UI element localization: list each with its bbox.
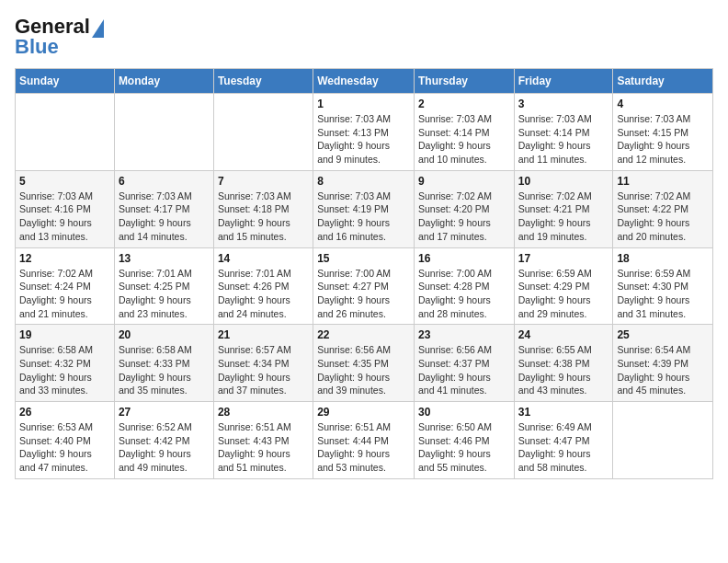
day-info: Sunrise: 7:03 AM Sunset: 4:16 PM Dayligh…	[19, 190, 110, 244]
day-number: 9	[418, 175, 510, 188]
logo: General Blue	[15, 15, 104, 59]
calendar-cell: 10Sunrise: 7:02 AM Sunset: 4:21 PM Dayli…	[514, 170, 613, 247]
calendar-week-row: 19Sunrise: 6:58 AM Sunset: 4:32 PM Dayli…	[16, 325, 713, 402]
day-info: Sunrise: 7:03 AM Sunset: 4:17 PM Dayligh…	[119, 190, 210, 244]
calendar-cell: 30Sunrise: 6:50 AM Sunset: 4:46 PM Dayli…	[414, 402, 514, 479]
day-info: Sunrise: 7:02 AM Sunset: 4:24 PM Dayligh…	[19, 267, 110, 321]
day-info: Sunrise: 6:58 AM Sunset: 4:33 PM Dayligh…	[119, 343, 210, 397]
day-info: Sunrise: 7:00 AM Sunset: 4:28 PM Dayligh…	[418, 267, 510, 321]
day-info: Sunrise: 6:57 AM Sunset: 4:34 PM Dayligh…	[218, 343, 309, 397]
day-info: Sunrise: 7:03 AM Sunset: 4:13 PM Dayligh…	[317, 112, 410, 167]
weekday-header: Wednesday	[313, 69, 415, 94]
day-info: Sunrise: 7:01 AM Sunset: 4:26 PM Dayligh…	[218, 267, 309, 321]
day-number: 16	[418, 252, 510, 265]
day-info: Sunrise: 6:51 AM Sunset: 4:44 PM Dayligh…	[317, 420, 410, 475]
calendar-cell: 5Sunrise: 7:03 AM Sunset: 4:16 PM Daylig…	[16, 170, 115, 247]
day-info: Sunrise: 6:55 AM Sunset: 4:38 PM Dayligh…	[518, 343, 609, 397]
day-number: 15	[317, 252, 410, 265]
day-info: Sunrise: 6:54 AM Sunset: 4:39 PM Dayligh…	[617, 343, 709, 397]
calendar-cell: 21Sunrise: 6:57 AM Sunset: 4:34 PM Dayli…	[213, 325, 313, 402]
calendar-cell: 19Sunrise: 6:58 AM Sunset: 4:32 PM Dayli…	[16, 325, 115, 402]
calendar-cell: 29Sunrise: 6:51 AM Sunset: 4:44 PM Dayli…	[313, 402, 415, 479]
day-number: 23	[418, 328, 510, 341]
day-number: 29	[317, 406, 410, 419]
weekday-header: Saturday	[613, 69, 713, 94]
day-info: Sunrise: 6:51 AM Sunset: 4:43 PM Dayligh…	[218, 420, 309, 475]
day-info: Sunrise: 6:59 AM Sunset: 4:29 PM Dayligh…	[518, 267, 609, 321]
day-number: 30	[418, 406, 510, 419]
day-number: 5	[19, 175, 110, 188]
day-number: 17	[518, 252, 609, 265]
calendar-cell: 4Sunrise: 7:03 AM Sunset: 4:15 PM Daylig…	[613, 94, 713, 171]
day-number: 6	[119, 175, 210, 188]
day-number: 27	[119, 406, 210, 419]
weekday-header: Monday	[114, 69, 213, 94]
day-number: 19	[19, 328, 110, 341]
calendar-cell: 24Sunrise: 6:55 AM Sunset: 4:38 PM Dayli…	[514, 325, 613, 402]
calendar-cell: 17Sunrise: 6:59 AM Sunset: 4:29 PM Dayli…	[514, 247, 613, 325]
calendar-cell: 9Sunrise: 7:02 AM Sunset: 4:20 PM Daylig…	[414, 170, 514, 247]
day-number: 11	[617, 175, 709, 188]
calendar-week-row: 12Sunrise: 7:02 AM Sunset: 4:24 PM Dayli…	[16, 247, 713, 325]
calendar-cell: 1Sunrise: 7:03 AM Sunset: 4:13 PM Daylig…	[313, 94, 415, 171]
day-info: Sunrise: 6:56 AM Sunset: 4:35 PM Dayligh…	[317, 343, 410, 397]
calendar-cell: 2Sunrise: 7:03 AM Sunset: 4:14 PM Daylig…	[414, 94, 514, 171]
day-info: Sunrise: 7:02 AM Sunset: 4:22 PM Dayligh…	[617, 190, 709, 244]
day-number: 3	[518, 98, 609, 110]
day-number: 7	[218, 175, 309, 188]
day-info: Sunrise: 7:02 AM Sunset: 4:20 PM Dayligh…	[418, 190, 510, 244]
day-info: Sunrise: 7:03 AM Sunset: 4:15 PM Dayligh…	[617, 112, 709, 167]
day-number: 18	[617, 252, 709, 265]
day-info: Sunrise: 6:52 AM Sunset: 4:42 PM Dayligh…	[119, 420, 210, 475]
calendar-cell: 6Sunrise: 7:03 AM Sunset: 4:17 PM Daylig…	[114, 170, 213, 247]
calendar-cell: 28Sunrise: 6:51 AM Sunset: 4:43 PM Dayli…	[213, 402, 313, 479]
calendar-cell	[213, 94, 313, 171]
day-number: 12	[19, 252, 110, 265]
day-number: 26	[19, 406, 110, 419]
calendar-cell: 26Sunrise: 6:53 AM Sunset: 4:40 PM Dayli…	[16, 402, 115, 479]
calendar-cell: 7Sunrise: 7:03 AM Sunset: 4:18 PM Daylig…	[213, 170, 313, 247]
calendar-cell: 16Sunrise: 7:00 AM Sunset: 4:28 PM Dayli…	[414, 247, 514, 325]
calendar-cell	[16, 94, 115, 171]
weekday-header: Sunday	[16, 69, 115, 94]
weekday-header: Tuesday	[213, 69, 313, 94]
calendar-cell: 25Sunrise: 6:54 AM Sunset: 4:39 PM Dayli…	[613, 325, 713, 402]
logo-blue: Blue	[15, 35, 59, 59]
calendar-cell	[613, 402, 713, 479]
page-header: General Blue	[15, 15, 713, 59]
day-number: 1	[317, 98, 410, 110]
calendar-header-row: SundayMondayTuesdayWednesdayThursdayFrid…	[16, 69, 713, 94]
calendar-cell: 13Sunrise: 7:01 AM Sunset: 4:25 PM Dayli…	[114, 247, 213, 325]
day-number: 24	[518, 328, 609, 341]
day-info: Sunrise: 7:00 AM Sunset: 4:27 PM Dayligh…	[317, 267, 410, 321]
day-number: 10	[518, 175, 609, 188]
day-number: 4	[617, 98, 709, 110]
weekday-header: Friday	[514, 69, 613, 94]
calendar-week-row: 1Sunrise: 7:03 AM Sunset: 4:13 PM Daylig…	[16, 94, 713, 171]
calendar-table: SundayMondayTuesdayWednesdayThursdayFrid…	[15, 68, 713, 479]
day-number: 31	[518, 406, 609, 419]
day-number: 13	[119, 252, 210, 265]
calendar-cell	[114, 94, 213, 171]
day-number: 28	[218, 406, 309, 419]
calendar-cell: 14Sunrise: 7:01 AM Sunset: 4:26 PM Dayli…	[213, 247, 313, 325]
day-info: Sunrise: 6:59 AM Sunset: 4:30 PM Dayligh…	[617, 267, 709, 321]
day-number: 21	[218, 328, 309, 341]
calendar-week-row: 5Sunrise: 7:03 AM Sunset: 4:16 PM Daylig…	[16, 170, 713, 247]
logo-triangle-icon	[92, 19, 104, 38]
day-number: 25	[617, 328, 709, 341]
day-info: Sunrise: 6:58 AM Sunset: 4:32 PM Dayligh…	[19, 343, 110, 397]
day-info: Sunrise: 6:53 AM Sunset: 4:40 PM Dayligh…	[19, 420, 110, 475]
day-number: 20	[119, 328, 210, 341]
calendar-cell: 3Sunrise: 7:03 AM Sunset: 4:14 PM Daylig…	[514, 94, 613, 171]
calendar-cell: 12Sunrise: 7:02 AM Sunset: 4:24 PM Dayli…	[16, 247, 115, 325]
day-info: Sunrise: 6:56 AM Sunset: 4:37 PM Dayligh…	[418, 343, 510, 397]
calendar-cell: 20Sunrise: 6:58 AM Sunset: 4:33 PM Dayli…	[114, 325, 213, 402]
day-info: Sunrise: 7:01 AM Sunset: 4:25 PM Dayligh…	[119, 267, 210, 321]
calendar-cell: 22Sunrise: 6:56 AM Sunset: 4:35 PM Dayli…	[313, 325, 415, 402]
calendar-cell: 23Sunrise: 6:56 AM Sunset: 4:37 PM Dayli…	[414, 325, 514, 402]
day-number: 2	[418, 98, 510, 110]
calendar-cell: 15Sunrise: 7:00 AM Sunset: 4:27 PM Dayli…	[313, 247, 415, 325]
day-number: 8	[317, 175, 410, 188]
calendar-cell: 27Sunrise: 6:52 AM Sunset: 4:42 PM Dayli…	[114, 402, 213, 479]
